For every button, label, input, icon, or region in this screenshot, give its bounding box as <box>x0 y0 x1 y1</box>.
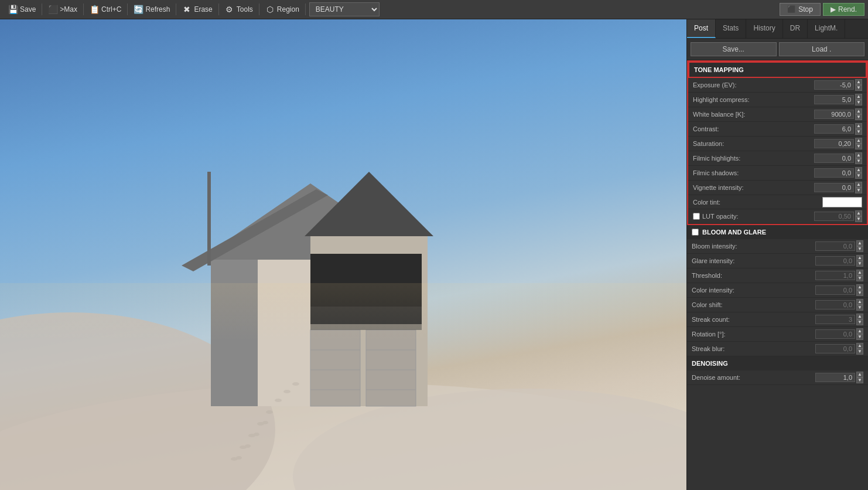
highlight-down[interactable]: ▼ <box>855 100 862 106</box>
lut-down[interactable]: ▼ <box>855 216 862 222</box>
vig-down[interactable]: ▼ <box>855 188 862 193</box>
panel-content[interactable]: TONE MAPPING Exposure (EV): ▲ ▼ Highligh… <box>687 60 868 490</box>
color-shift-value: ▲ ▼ <box>816 299 863 311</box>
lut-checkbox[interactable] <box>693 213 700 220</box>
render-icon: ▶ <box>831 5 836 13</box>
gi-up[interactable]: ▲ <box>856 255 863 261</box>
cs-down[interactable]: ▼ <box>856 305 863 311</box>
separator <box>305 4 306 15</box>
lut-up[interactable]: ▲ <box>855 210 862 216</box>
exposure-input[interactable] <box>814 80 854 90</box>
saturation-input[interactable] <box>814 139 854 148</box>
viewport[interactable] <box>0 19 686 490</box>
thr-up[interactable]: ▲ <box>856 270 863 275</box>
refresh-button[interactable]: 🔄 Refresh <box>129 3 175 16</box>
sb-up[interactable]: ▲ <box>856 343 863 349</box>
ci-up[interactable]: ▲ <box>856 284 863 290</box>
filmic-high-row: Filmic highlights: ▲ ▼ <box>688 151 867 166</box>
filmic-shadow-spinner: ▲ ▼ <box>855 167 862 179</box>
color-intensity-label: Color intensity: <box>692 287 816 294</box>
sb-down[interactable]: ▼ <box>856 349 863 355</box>
lut-label: LUT opacity: <box>702 213 741 220</box>
lut-value: ▲ ▼ <box>815 210 862 222</box>
fs-down[interactable]: ▼ <box>855 173 862 179</box>
color-intensity-input[interactable] <box>815 285 855 295</box>
sc-down[interactable]: ▼ <box>856 319 863 325</box>
filmic-high-input[interactable] <box>814 154 854 163</box>
gi-down[interactable]: ▼ <box>856 261 863 267</box>
fs-up[interactable]: ▲ <box>855 167 862 173</box>
stop-button[interactable]: ⬛ Stop <box>780 3 821 16</box>
tab-history[interactable]: History <box>746 19 782 38</box>
wb-up[interactable]: ▲ <box>855 108 862 114</box>
denoise-amount-input[interactable] <box>815 373 855 382</box>
highlight-up[interactable]: ▲ <box>855 94 862 100</box>
vig-up[interactable]: ▲ <box>855 182 862 188</box>
color-tint-swatch[interactable] <box>822 197 862 207</box>
save-button[interactable]: 💾 Save <box>4 3 40 16</box>
region-button[interactable]: ⬡ Region <box>261 3 304 16</box>
tab-post[interactable]: Post <box>687 19 716 38</box>
exposure-down[interactable]: ▼ <box>855 85 862 91</box>
da-up[interactable]: ▲ <box>856 372 863 377</box>
save-icon: 💾 <box>8 5 18 14</box>
color-shift-input[interactable] <box>815 300 855 309</box>
max-button[interactable]: ⬛ >Max <box>43 3 82 16</box>
ctrlc-button[interactable]: 📋 Ctrl+C <box>85 3 126 16</box>
wb-down[interactable]: ▼ <box>855 114 862 120</box>
glare-intensity-input[interactable] <box>815 256 855 266</box>
contrast-input[interactable] <box>814 124 854 134</box>
tab-lightm[interactable]: LightM. <box>808 19 845 38</box>
bi-up[interactable]: ▲ <box>856 240 863 246</box>
vignette-input[interactable] <box>814 183 854 192</box>
exposure-label: Exposure (EV): <box>693 81 815 89</box>
tab-dr[interactable]: DR <box>783 19 808 38</box>
thr-down[interactable]: ▼ <box>856 275 863 281</box>
channel-select[interactable]: BEAUTY DIFFUSE SPECULAR SHADOW <box>309 2 380 16</box>
denoising-header[interactable]: DENOISING <box>687 356 868 370</box>
save-button-panel[interactable]: Save... <box>691 42 777 56</box>
cs-up[interactable]: ▲ <box>856 299 863 305</box>
bi-down[interactable]: ▼ <box>856 246 863 252</box>
bloom-glare-header[interactable]: BLOOM AND GLARE <box>687 225 868 239</box>
separator <box>218 4 219 15</box>
sat-up[interactable]: ▲ <box>855 138 862 144</box>
fh-down[interactable]: ▼ <box>855 158 862 164</box>
sc-up[interactable]: ▲ <box>856 314 863 319</box>
contrast-up[interactable]: ▲ <box>855 123 862 129</box>
scene-svg <box>0 19 686 490</box>
bloom-intensity-input[interactable] <box>815 241 855 251</box>
filmic-shadow-input[interactable] <box>814 168 854 178</box>
streak-count-row: Streak count: ▲ ▼ <box>687 312 868 327</box>
tone-mapping-title: TONE MAPPING <box>694 66 744 73</box>
erase-button[interactable]: ✖ Erase <box>177 3 217 16</box>
highlight-input[interactable] <box>814 95 854 104</box>
fh-up[interactable]: ▲ <box>855 152 862 158</box>
highlight-row: Highlight compress: ▲ ▼ <box>688 93 867 107</box>
tone-mapping-header[interactable]: TONE MAPPING <box>688 62 867 78</box>
da-down[interactable]: ▼ <box>856 377 863 383</box>
bloom-intensity-value: ▲ ▼ <box>816 240 863 252</box>
load-button-panel[interactable]: Load . <box>779 42 865 56</box>
panel-tabs: Post Stats History DR LightM. <box>687 19 868 39</box>
white-balance-input[interactable] <box>814 110 854 119</box>
lut-input[interactable] <box>814 212 854 221</box>
streak-count-input[interactable] <box>815 315 855 324</box>
contrast-label: Contrast: <box>693 125 815 132</box>
sat-down[interactable]: ▼ <box>855 144 862 149</box>
rot-down[interactable]: ▼ <box>856 334 863 340</box>
render-button[interactable]: ▶ Rend. <box>823 3 864 16</box>
ci-down[interactable]: ▼ <box>856 290 863 296</box>
rotation-input[interactable] <box>815 329 855 339</box>
threshold-input[interactable] <box>815 271 855 280</box>
bloom-glare-checkbox[interactable] <box>692 229 699 236</box>
rot-up[interactable]: ▲ <box>856 328 863 334</box>
refresh-icon: 🔄 <box>134 5 143 14</box>
exposure-up[interactable]: ▲ <box>855 79 862 85</box>
tools-button[interactable]: ⚙ Tools <box>220 3 258 16</box>
denoising-section: DENOISING Denoise amount: ▲ ▼ <box>687 356 868 385</box>
contrast-down[interactable]: ▼ <box>855 129 862 135</box>
streak-blur-input[interactable] <box>815 344 855 353</box>
tab-stats[interactable]: Stats <box>716 19 746 38</box>
stop-icon: ⬛ <box>787 5 796 13</box>
